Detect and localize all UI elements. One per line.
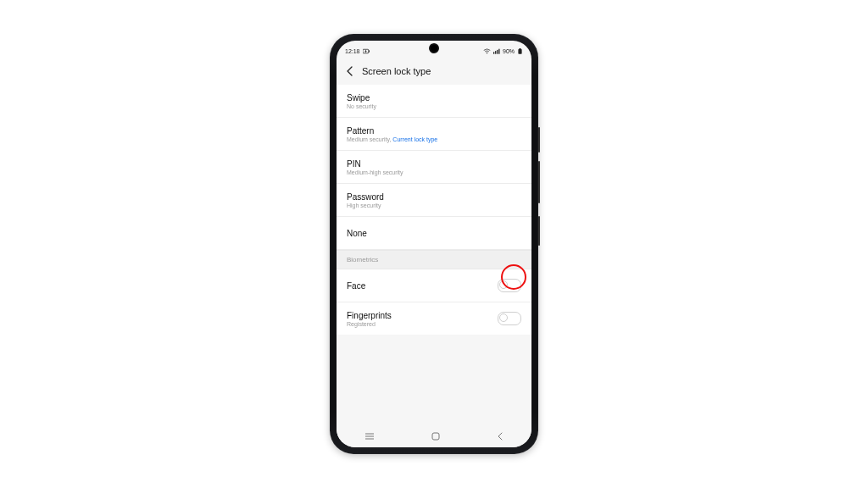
svg-point-3 — [487, 52, 488, 53]
option-swipe[interactable]: Swipe No security — [337, 85, 531, 118]
page-title: Screen lock type — [362, 66, 431, 76]
option-pattern[interactable]: Pattern Medium security, Current lock ty… — [337, 118, 531, 151]
phone-frame: 12:18 90% Screen lock type — [330, 34, 538, 454]
option-label: PIN — [347, 159, 403, 169]
back-icon[interactable] — [345, 66, 355, 76]
svg-rect-1 — [369, 50, 370, 52]
option-face[interactable]: Face — [337, 269, 531, 302]
option-label: Fingerprints — [347, 311, 392, 320]
option-label: Face — [347, 281, 365, 291]
battery-charging-icon — [363, 48, 370, 54]
nav-back-icon[interactable] — [496, 431, 504, 441]
option-sub: No security — [347, 103, 376, 109]
signal-icon — [493, 48, 500, 54]
front-camera — [431, 45, 437, 52]
current-lock-badge: Current lock type — [392, 136, 437, 142]
option-sub: Medium security, Current lock type — [347, 136, 437, 142]
svg-rect-8 — [518, 49, 521, 54]
status-time: 12:18 — [345, 48, 360, 54]
svg-rect-6 — [497, 49, 498, 53]
power-button[interactable] — [538, 216, 540, 246]
option-sub: Medium-high security — [347, 169, 403, 175]
lock-type-list: Swipe No security Pattern Medium securit… — [337, 85, 531, 335]
svg-rect-13 — [432, 433, 439, 440]
svg-rect-5 — [495, 51, 496, 54]
svg-rect-7 — [498, 48, 499, 53]
option-label: Password — [347, 192, 384, 202]
option-password[interactable]: Password High security — [337, 184, 531, 217]
volume-down-button[interactable] — [538, 161, 540, 203]
option-sub: High security — [347, 202, 384, 208]
android-navbar — [337, 425, 531, 447]
recents-icon[interactable] — [364, 432, 376, 441]
page-header: Screen lock type — [337, 58, 531, 85]
option-pin[interactable]: PIN Medium-high security — [337, 151, 531, 184]
section-biometrics: Biometrics — [337, 250, 531, 269]
option-label: Swipe — [347, 93, 376, 103]
wifi-icon — [483, 48, 491, 54]
fingerprints-toggle[interactable] — [498, 312, 521, 325]
option-none[interactable]: None — [337, 217, 531, 250]
face-toggle[interactable] — [498, 279, 521, 292]
svg-rect-9 — [519, 48, 520, 49]
option-label: None — [347, 229, 367, 238]
option-fingerprints[interactable]: Fingerprints Registered — [337, 302, 531, 335]
volume-up-button[interactable] — [538, 127, 540, 152]
home-icon[interactable] — [431, 431, 441, 441]
status-battery-pct: 90% — [503, 48, 515, 54]
option-label: Pattern — [347, 126, 437, 136]
svg-rect-4 — [493, 52, 494, 53]
option-sub: Registered — [347, 321, 392, 327]
phone-screen: 12:18 90% Screen lock type — [337, 41, 531, 447]
svg-marker-2 — [364, 49, 367, 53]
battery-icon — [517, 48, 523, 54]
